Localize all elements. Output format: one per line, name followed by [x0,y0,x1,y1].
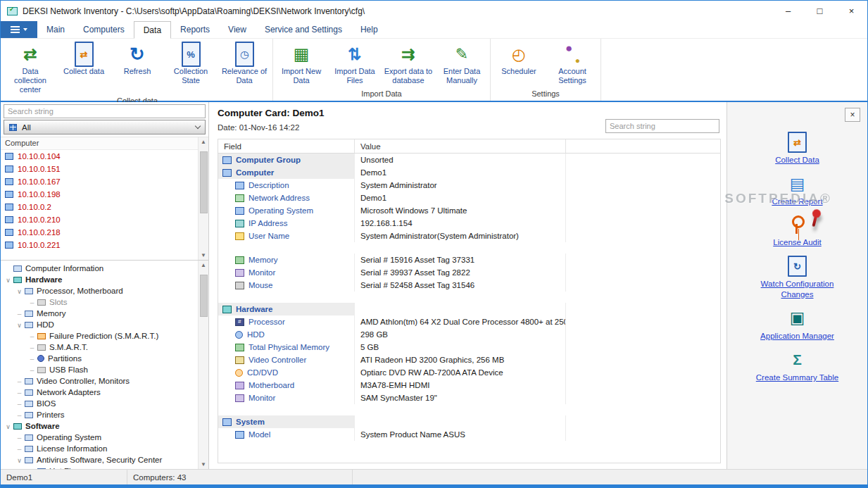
tree-item-memory[interactable]: Memory [1,308,208,319]
tab-reports[interactable]: Reports [171,21,219,38]
watch-configuration-changes-link[interactable]: Watch Configuration Changes [745,256,850,299]
row-network-address[interactable]: Network AddressDemo1 [218,192,720,204]
tab-data[interactable]: Data [134,21,171,39]
tree-item-slots[interactable]: Slots [1,296,208,308]
computer-list-item[interactable]: 10.10.0.198 [1,188,208,201]
tree-item-hardware[interactable]: Hardware [1,274,208,285]
scheduler-button[interactable]: Scheduler [492,40,546,77]
export-data-to-database-button[interactable]: Export data to database [382,40,435,87]
tree-connector [27,343,37,351]
row-hdd[interactable]: HDD298 GB [218,328,720,341]
tree-item-s-m-a-r-t[interactable]: S.M.A.R.T. [1,342,208,353]
column-header-value[interactable]: Value [355,139,566,153]
row-total-physical-memory[interactable]: Total Physical Memory5 GB [218,341,720,354]
license-audit-link[interactable]: License Audit [773,215,821,247]
tab-help[interactable]: Help [351,21,387,38]
application-manager-link[interactable]: Application Manager [760,308,834,341]
expand-chevron-icon[interactable] [15,456,24,464]
scroll-thumb[interactable] [200,151,208,213]
description-icon [235,182,244,189]
expand-chevron-icon[interactable] [4,275,13,284]
tree-item-license-information[interactable]: License Information [1,443,208,454]
row-hardware[interactable]: Hardware [218,303,720,315]
tree-item-network-adapters[interactable]: Network Adapters [1,387,208,398]
expand-chevron-icon[interactable] [15,320,24,329]
column-header-field[interactable]: Field [218,139,355,153]
row-motherboard[interactable]: MotherboardM3A78-EMH HDMI [218,379,720,392]
row-processor[interactable]: ProcessorAMD Athlon(tm) 64 X2 Dual Core … [218,315,720,328]
row-user-name[interactable]: User NameSystem Administrator(System Adm… [218,230,720,242]
computer-list-scrollbar[interactable] [198,137,208,260]
summary-table-icon [793,349,802,370]
tree-item-bios[interactable]: BIOS [1,398,208,409]
row-video-controller[interactable]: Video ControllerATI Radeon HD 3200 Graph… [218,354,720,366]
create-report-link[interactable]: Create Report [772,173,822,206]
row-monitor[interactable]: MonitorSAM SyncMaster 19" [218,392,720,404]
collect-data-button[interactable]: Collect data [57,40,111,77]
tab-service-and-settings[interactable]: Service and Settings [256,21,351,38]
filter-dropdown[interactable]: All [4,120,206,134]
relevance-of-data-button[interactable]: Relevance of Data [218,40,271,87]
tree-item-failure-prediction-s-m-a-r-t[interactable]: Failure Prediction (S.M.A.R.T.) [1,330,208,342]
tree-item-computer-information[interactable]: Computer Information [1,263,208,274]
tree-scrollbar[interactable] [198,261,208,469]
tree-item-partitions[interactable]: Partitions [1,353,208,364]
minimize-button[interactable]: – [772,1,804,21]
panel-close-button[interactable]: × [845,108,860,122]
scroll-thumb[interactable] [200,275,208,317]
import-data-files-button[interactable]: Import Data Files [328,40,382,87]
enter-data-manually-button[interactable]: Enter Data Manually [435,40,489,87]
account-settings-button[interactable]: Account Settings [546,40,599,87]
computer-list-item[interactable]: 10.10.0.151 [1,163,208,175]
scroll-down-icon[interactable] [201,461,206,468]
expand-chevron-icon[interactable] [15,287,24,295]
collect-data-link[interactable]: Collect Data [775,132,819,165]
collection-state-button[interactable]: Collection State [164,40,218,87]
expand-chevron-icon[interactable] [4,422,13,430]
scroll-down-icon[interactable] [201,252,206,258]
row-computer[interactable]: ComputerDemo1 [218,166,720,179]
tab-computers[interactable]: Computers [74,21,134,38]
tree-item-software[interactable]: Software [1,420,208,432]
tree-item-antivirus-software-security-center[interactable]: Antivirus Software, Security Center [1,454,208,465]
tab-view[interactable]: View [219,21,256,38]
scroll-up-icon[interactable] [201,262,206,268]
row-system[interactable]: System [218,415,720,428]
cddvd-icon [235,369,243,377]
tree-item-operating-system[interactable]: Operating System [1,432,208,443]
computer-list-item[interactable]: 10.10.0.104 [1,150,208,163]
sidebar-search-input[interactable] [4,104,206,118]
refresh-button[interactable]: Refresh [111,40,164,77]
row-operating-system[interactable]: Operating SystemMicrosoft Windows 7 Ulti… [218,204,720,217]
row-mouse[interactable]: MouseSerial # 52458 Asset Tag 31546 [218,279,720,292]
row-cd-dvd[interactable]: CD/DVDOptiarc DVD RW AD-7200A ATA Device [218,366,720,379]
data-collection-center-button[interactable]: Data collection center [4,40,57,96]
content-search-input[interactable] [605,119,719,133]
computer-list-item[interactable]: 10.10.0.2 [1,201,208,213]
tree-item-hdd[interactable]: HDD [1,319,208,330]
tree-item-printers[interactable]: Printers [1,409,208,420]
app-menu-button[interactable] [1,21,37,38]
tree-item-hot-fixes[interactable]: Hot Fixes [1,465,208,469]
scheduler-icon [512,42,526,67]
tree-item-processor-motherboard[interactable]: Processor, Motherboard [1,285,208,296]
computer-list-item[interactable]: 10.10.0.218 [1,226,208,239]
scroll-up-icon[interactable] [201,139,206,145]
row-memory[interactable]: MemorySerial # 15916 Asset Tag 37331 [218,254,720,266]
import-new-data-button[interactable]: Import New Data [275,40,328,87]
row-ip-address[interactable]: IP Address192.168.1.154 [218,217,720,230]
row-description[interactable]: DescriptionSystem Administrator [218,179,720,192]
row-model[interactable]: ModelSystem Product Name ASUS [218,428,720,441]
computer-list-item[interactable]: 10.10.0.210 [1,213,208,226]
maximize-button[interactable]: □ [804,1,836,21]
create-summary-table-link[interactable]: Create Summary Table [756,349,838,382]
computer-list-item[interactable]: 10.10.0.167 [1,175,208,188]
computer-list-item[interactable]: 10.10.0.221 [1,239,208,251]
close-button[interactable]: × [836,1,867,21]
tab-main[interactable]: Main [37,21,74,38]
tree-item-usb-flash[interactable]: USB Flash [1,364,208,375]
tree-item-video-controller-monitors[interactable]: Video Controller, Monitors [1,375,208,387]
row-computer-group[interactable]: Computer GroupUnsorted [218,154,720,166]
page-title: Computer Card: Demo1 [218,106,721,118]
row-monitor[interactable]: MonitorSerial # 39937 Asset Tag 2822 [218,266,720,279]
